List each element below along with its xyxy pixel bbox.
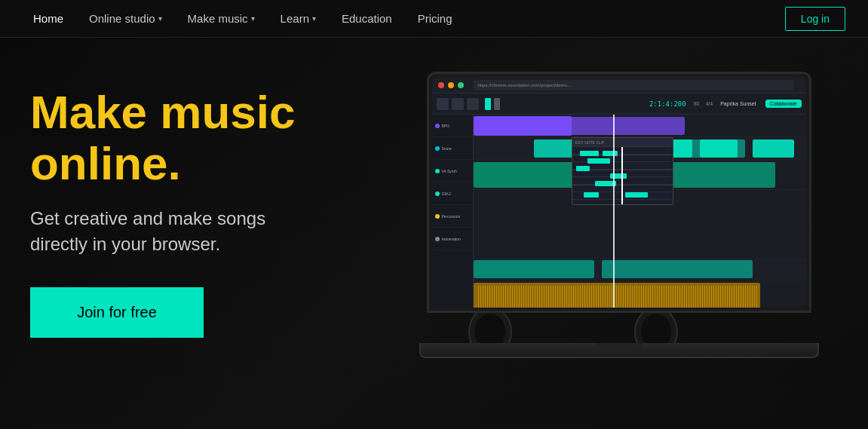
stop-btn: [494, 98, 500, 110]
tool-btn: [452, 98, 464, 110]
laptop-hinge: [597, 343, 642, 348]
channel-color: [435, 169, 440, 173]
close-dot: [438, 82, 444, 88]
channel-row: VA Synth: [432, 160, 473, 182]
daw-timesig: 4/4: [705, 101, 713, 106]
url-bar: https://chrome.soundation.com/project/de…: [474, 80, 794, 90]
hero-text: Make music online. Get creative and make…: [30, 79, 400, 338]
track-lane-1: [474, 115, 806, 137]
channel-color: [435, 124, 440, 128]
nav-online-studio[interactable]: Online studio ▾: [78, 6, 173, 31]
screen-bezel: https://chrome.soundation.com/project/de…: [432, 77, 806, 308]
track-lane-5: [474, 280, 806, 308]
navigation: Home Online studio ▾ Make music ▾ Learn …: [0, 0, 868, 38]
nav-make-music[interactable]: Make music ▾: [177, 6, 265, 31]
channel-list: BPO Snare VA Synth: [432, 115, 474, 308]
daw-time: 2:1:4:200: [649, 100, 686, 108]
tool-btn: [437, 98, 449, 110]
join-free-button[interactable]: Join for free: [30, 287, 204, 338]
daw-trackname: Paprika Sunset: [720, 101, 756, 106]
login-button[interactable]: Log in: [785, 7, 845, 31]
piano-note: [576, 166, 590, 171]
timeline: EDIT NOTE CLIP: [474, 115, 806, 308]
channel-color: [435, 192, 440, 196]
daw-main: BPO Snare VA Synth: [432, 115, 806, 308]
channel-row: Automation: [432, 228, 473, 250]
hero-section: Make music online. Get creative and make…: [0, 38, 868, 429]
playhead: [621, 147, 623, 205]
chevron-down-icon: ▾: [158, 14, 162, 23]
piano-roll: EDIT NOTE CLIP: [572, 137, 673, 205]
clip-block: [474, 116, 572, 136]
maximize-dot: [458, 82, 464, 88]
channel-color: [435, 214, 440, 219]
piano-note: [580, 151, 599, 156]
tool-btn: [467, 98, 479, 110]
clip-block: [753, 139, 794, 158]
piano-note: [584, 192, 599, 198]
chevron-down-icon: ▾: [312, 14, 316, 23]
hero-title: Make music online.: [30, 87, 400, 189]
main-playhead: [613, 115, 615, 308]
laptop-base: [419, 343, 819, 358]
laptop-screen: https://chrome.soundation.com/project/de…: [427, 72, 811, 313]
channel-row: Percussion: [432, 205, 473, 228]
piano-note: [603, 151, 618, 156]
channel-color: [435, 146, 440, 151]
hero-subtitle: Get creative and make songsdirectly in y…: [30, 206, 400, 256]
track-lane-4: [474, 258, 806, 280]
collaborate-button[interactable]: Collaborate: [765, 100, 802, 108]
nav-pricing[interactable]: Pricing: [407, 6, 463, 31]
laptop: https://chrome.soundation.com/project/de…: [419, 72, 819, 358]
channel-color: [435, 237, 440, 241]
daw-toolbar: 2:1:4:200 80 4/4 Paprika Sunset Collabor…: [432, 93, 806, 115]
channel-row: GM-2: [432, 182, 473, 205]
minimize-dot: [448, 82, 454, 88]
play-btn: [485, 98, 491, 110]
browser-top-bar: https://chrome.soundation.com/project/de…: [432, 77, 806, 93]
nav-learn[interactable]: Learn ▾: [270, 6, 327, 31]
channel-row: BPO: [432, 115, 473, 137]
clip-block: [474, 260, 594, 278]
nav-links: Home Online studio ▾ Make music ▾ Learn …: [23, 6, 785, 31]
clip-block: [474, 283, 760, 308]
nav-education[interactable]: Education: [331, 6, 403, 31]
channel-row: Snare: [432, 137, 473, 160]
piano-note: [587, 158, 610, 164]
clip-block: [602, 260, 753, 278]
daw-bpm: 80: [694, 101, 700, 106]
clip-block: [700, 139, 738, 158]
chevron-down-icon: ▾: [251, 14, 255, 23]
hero-visual: https://chrome.soundation.com/project/de…: [400, 72, 838, 358]
piano-note: [625, 192, 648, 198]
nav-home[interactable]: Home: [23, 6, 74, 31]
